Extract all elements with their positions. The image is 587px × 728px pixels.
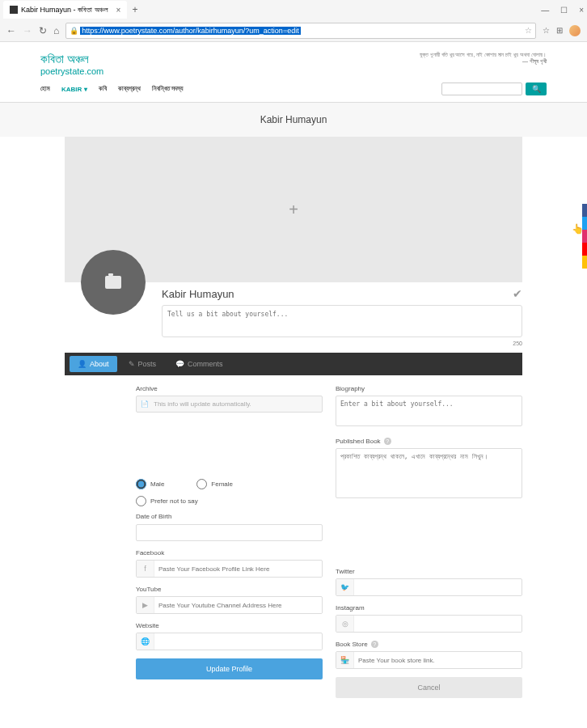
twitter-label: Twitter <box>336 568 522 575</box>
url-field[interactable]: 🔒 https://www.poetrystate.com/author/kab… <box>65 23 536 39</box>
site-logo[interactable]: কবিতা অঞ্চল poetrystate.com <box>40 52 103 76</box>
gender-prefer-not[interactable]: Prefer not to say <box>136 496 198 506</box>
browser-addressbar: ← → ↻ ⌂ 🔒 https://www.poetrystate.com/au… <box>0 19 587 42</box>
twitter-icon: 🐦 <box>336 579 354 595</box>
extensions-icon[interactable]: ⊞ <box>556 26 563 35</box>
website-label: Website <box>136 622 323 629</box>
bio-char-count: 250 <box>65 341 522 346</box>
cover-photo-area[interactable]: + <box>65 137 522 282</box>
facebook-label: Facebook <box>136 549 323 557</box>
bio-textarea[interactable] <box>162 305 522 337</box>
search-button[interactable]: 🔍 <box>526 83 547 95</box>
help-icon[interactable]: ? <box>371 641 378 648</box>
youtube-label: YouTube <box>136 586 323 593</box>
forward-icon: → <box>23 25 32 36</box>
back-icon[interactable]: ← <box>6 25 16 36</box>
tab-posts[interactable]: ✎Posts <box>120 356 165 372</box>
url-text: https://www.poetrystate.com/author/kabir… <box>80 27 300 35</box>
youtube-input[interactable]: ▶ <box>136 596 323 614</box>
instagram-icon: ◎ <box>336 616 354 632</box>
biography-label: Biography <box>336 385 522 392</box>
store-icon: 🏪 <box>336 652 354 668</box>
new-tab-button[interactable]: + <box>132 4 137 15</box>
instagram-input[interactable]: ◎ <box>336 615 522 633</box>
profile-display-name: Kabir Humayun <box>162 288 234 300</box>
home-icon[interactable]: ⌂ <box>53 25 59 36</box>
nav-members[interactable]: নিবন্ধিত সদস্য <box>152 85 183 93</box>
close-window-icon[interactable]: × <box>579 6 584 15</box>
youtube-icon: ▶ <box>137 597 154 613</box>
tab-comments[interactable]: 💬Comments <box>167 356 231 372</box>
lock-icon: 🔒 <box>70 27 78 35</box>
help-icon[interactable]: ? <box>384 438 391 445</box>
archive-field: 📄 This info will update automatically. <box>136 396 323 413</box>
gender-female[interactable]: Female <box>196 479 233 489</box>
twitter-input[interactable]: 🐦 <box>336 578 522 596</box>
website-input[interactable]: 🌐 <box>136 633 323 650</box>
biography-textarea[interactable] <box>336 396 522 426</box>
page-content: কবিতা অঞ্চল poetrystate.com যুক্ত পুনায়… <box>0 42 587 728</box>
reader-icon[interactable]: ☆ <box>543 26 550 35</box>
tab-about[interactable]: 👤About <box>70 356 117 372</box>
logo-line1: কবিতা অঞ্চল <box>40 52 103 66</box>
page-title: Kabir Humayun <box>0 103 587 137</box>
cancel-button[interactable]: Cancel <box>336 677 522 698</box>
main-nav: হোম KABIR ▾ কবি কাব্যগ্রন্থ নিবন্ধিত সদস… <box>0 76 587 103</box>
bookstore-input[interactable]: 🏪 <box>336 651 522 669</box>
user-icon: 👤 <box>78 360 87 368</box>
favicon <box>10 6 18 14</box>
camera-icon <box>105 276 121 289</box>
published-book-textarea[interactable] <box>336 448 522 498</box>
minimize-icon[interactable]: — <box>541 6 549 15</box>
facebook-icon: f <box>137 561 154 577</box>
search-input[interactable] <box>441 83 522 95</box>
tab-close-icon[interactable]: × <box>116 6 121 15</box>
nav-books[interactable]: কাব্যগ্রন্থ <box>118 85 141 93</box>
tagline-text: যুক্ত পুনায়ী গতি ধুর আসে গরে, নাই কোশার… <box>420 52 547 58</box>
dob-input[interactable] <box>136 524 323 541</box>
update-profile-button[interactable]: Update Profile <box>136 658 323 679</box>
site-tagline: যুক্ত পুনায়ী গতি ধুর আসে গরে, নাই কোশার… <box>420 52 547 76</box>
verified-check-icon: ✔ <box>513 287 522 300</box>
instagram-label: Instagram <box>336 604 522 612</box>
dob-label: Date of Birth <box>136 513 323 520</box>
add-cover-icon[interactable]: + <box>289 201 298 219</box>
avatar-upload[interactable] <box>81 250 146 315</box>
refresh-icon[interactable]: ↻ <box>39 25 47 36</box>
nav-poet[interactable]: কবি <box>99 85 107 93</box>
tab-title: Kabir Humayun - কবিতা অঞ্চল <box>21 6 108 15</box>
maximize-icon[interactable]: ☐ <box>560 6 568 15</box>
archive-icon: 📄 <box>141 400 149 408</box>
comment-icon: 💬 <box>175 360 184 368</box>
bookmark-star-icon[interactable]: ☆ <box>525 26 532 35</box>
logo-line2: poetrystate.com <box>40 66 103 76</box>
profile-tabs: 👤About ✎Posts 💬Comments <box>65 353 522 375</box>
social-share-strip[interactable] <box>582 204 587 269</box>
archive-label: Archive <box>136 385 323 392</box>
tagline-author: — পীযূষ পৃথী <box>420 58 547 65</box>
published-book-label: Published Book? <box>336 438 522 445</box>
nav-kabir[interactable]: KABIR ▾ <box>61 86 87 93</box>
pencil-icon: ✎ <box>129 360 135 368</box>
bookstore-label: Book Store? <box>336 641 522 648</box>
profile-avatar-icon[interactable] <box>569 25 581 36</box>
facebook-input[interactable]: f <box>136 560 323 578</box>
gender-male[interactable]: Male <box>136 479 164 489</box>
globe-icon: 🌐 <box>137 633 154 650</box>
browser-tab[interactable]: Kabir Humayun - কবিতা অঞ্চল × <box>3 1 127 19</box>
nav-home[interactable]: হোম <box>40 85 50 93</box>
browser-titlebar: Kabir Humayun - কবিতা অঞ্চল × + — ☐ × <box>0 0 587 19</box>
